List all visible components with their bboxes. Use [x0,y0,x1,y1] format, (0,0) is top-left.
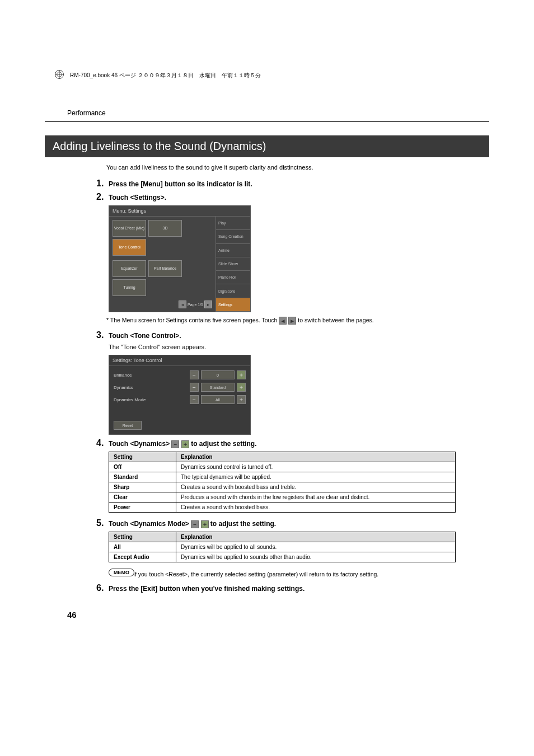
step-4-pre: Touch <Dynamics> [109,440,171,448]
step-number: 3. [96,330,109,340]
td: Dynamics will be applied to all sounds. [176,542,456,552]
step-1-text: Press the [Menu] button so its indicator… [109,180,252,188]
step-2-text: Touch <Settings>. [109,194,166,201]
tone-appears-text: The "Tone Control" screen appears. [109,344,489,350]
tone-row-label: Brilliance [114,373,188,378]
step-4-post: to adjust the setting. [191,440,256,448]
step-number: 1. [96,179,109,189]
minus-icon: − [190,383,199,392]
ss-cell: Vocal Effect (Mic) [113,220,146,237]
ss-tab: Piano Roll [216,271,250,284]
step-number: 2. [96,192,109,202]
tone-row-value: All [201,395,235,404]
page-next-icon: ► [204,300,212,308]
dynamics-mode-table: SettingExplanation AllDynamics will be a… [109,532,456,562]
td: Dynamics will be applied to sounds other… [176,552,456,562]
page-number: 46 [67,610,489,619]
memo-badge: MEMO [109,569,134,576]
plus-icon: ＋ [237,370,246,379]
step-number: 6. [96,583,109,593]
note-pre: * The Menu screen for Settings contains … [106,317,279,323]
td: Produces a sound with chords in the low … [176,492,456,503]
dynamics-table: SettingExplanation OffDynamics sound con… [109,452,456,513]
ss-cell: Part Balance [148,260,182,277]
td: Except Audio [109,552,176,562]
crosshair-icon [55,70,64,79]
reset-button: Reset [114,421,142,430]
td: Off [109,462,176,472]
ss-cell: Tone Control [113,239,146,256]
ss-tab: Song Creation [216,230,250,243]
plus-icon: ＋ [181,440,189,448]
step-4-text: Touch <Dynamics> − ＋ to adjust the setti… [109,440,257,448]
ss-tab: DigiScore [216,284,250,298]
step-number: 5. [96,518,109,528]
page-prev-icon: ◄ [179,300,186,308]
ss-tab-active: Settings [216,298,250,312]
ss-title: Menu: Settings [109,206,250,217]
step-5-pre: Touch <Dynamics Mode> [109,520,191,528]
section-label: Performance [67,109,489,117]
td: Clear [109,492,176,503]
tone-row-value: Standard [201,383,235,392]
td: All [109,542,176,552]
minus-icon: − [191,520,199,528]
tone-control-screenshot: Settings: Tone Control Brilliance − 0 ＋ … [109,355,489,435]
th-explanation: Explanation [176,532,456,542]
step-5-post: to adjust the setting. [210,520,276,528]
page-indicator: Page 1/5 [188,303,203,307]
tone-row-value: 0 [201,370,235,379]
plus-icon: ＋ [201,520,209,528]
td: Dynamics sound control is turned off. [176,462,456,472]
ss-cell: 3D [148,220,182,237]
td: Sharp [109,482,176,492]
note-text: * The Menu screen for Settings contains … [106,317,489,325]
step-number: 4. [96,438,109,448]
header-meta: RM-700_e.book 46 ページ ２００９年３月１８日 水曜日 午前１１… [70,72,261,79]
ss-tab: Slide Show [216,257,250,271]
ss-cell: Equalizer [113,260,146,277]
td: Power [109,503,176,513]
th-explanation: Explanation [176,452,456,462]
divider [45,121,489,122]
page-title: Adding Liveliness to the Sound (Dynamics… [45,135,489,157]
step-6-text: Press the [Exit] button when you've fini… [109,585,305,593]
note-post: to switch between the pages. [298,317,373,323]
ss-tab: Play [216,217,250,230]
minus-icon: − [190,395,199,404]
step-3-text: Touch <Tone Control>. [109,332,181,340]
td: Creates a sound with boosted bass and tr… [176,482,456,492]
th-setting: Setting [109,532,176,542]
intro-text: You can add liveliness to the sound to g… [106,164,489,171]
td: Creates a sound with boosted bass. [176,503,456,513]
ss-tone-title: Settings: Tone Control [109,355,250,366]
minus-icon: − [171,440,179,448]
plus-icon: ＋ [237,383,246,392]
right-arrow-icon: ► [288,317,296,325]
plus-icon: ＋ [237,395,246,404]
settings-screenshot: Menu: Settings Vocal Effect (Mic) 3D Ton… [109,205,489,312]
ss-cell: Tuning [113,279,146,296]
left-arrow-icon: ◄ [279,317,287,325]
td: Standard [109,472,176,482]
memo-text: If you touch <Reset>, the currently sele… [133,571,489,577]
ss-tab: Anime [216,244,250,257]
step-5-text: Touch <Dynamics Mode> − ＋ to adjust the … [109,520,276,528]
th-setting: Setting [109,452,176,462]
tone-row-label: Dynamics [114,385,188,390]
td: The typical dynamics will be applied. [176,472,456,482]
minus-icon: − [190,370,199,379]
tone-row-label: Dynamics Mode [114,397,188,402]
